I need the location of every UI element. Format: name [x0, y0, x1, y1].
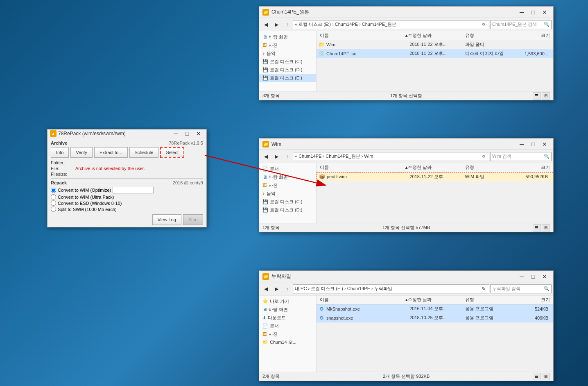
radio-label-3: Convert to ESD (Windows 8-10) [58, 201, 122, 206]
radio-optimize[interactable] [51, 188, 56, 193]
sidebar-item-desktop[interactable]: 🖥바탕 화면 [259, 33, 316, 41]
file-row-iso[interactable]: 💿 Chum14PE.iso 2018-11-22 오후... 디스크 이미지 … [317, 49, 553, 58]
select-button[interactable]: Select [160, 147, 184, 158]
back-button[interactable]: ◀ [261, 152, 271, 161]
search-box-1[interactable]: Chum14PE_원본 검색 🔍 [490, 20, 552, 29]
sidebar-item-download[interactable]: ⬇다운로드 [259, 313, 316, 322]
address-bar-2[interactable]: « Chum14PE › Chum14PE_원본 › Wim ↻ [293, 152, 489, 161]
sidebar-item-diskd[interactable]: 💾로컬 디스크 (D:) [259, 206, 316, 214]
file-row-wim-folder[interactable]: 📁 Wim 2018-11-22 오후... 파일 폴더 [317, 40, 553, 49]
view-list-button[interactable]: ☰ [533, 224, 541, 232]
file-type: 디스크 이미지 파일 [465, 50, 521, 57]
file-name: Wim [326, 42, 409, 47]
back-button[interactable]: ◀ [261, 20, 271, 30]
titlebar-nurak: 📁 누락파일 ─ □ ✕ [259, 271, 553, 282]
repack-content: Archive 78RePack v1.9.5 Info Verify Extr… [47, 138, 206, 227]
repack-title-icon: ▲ [50, 130, 57, 137]
refresh-button[interactable]: ↻ [480, 285, 487, 293]
explorer-toolbar-2: ◀ ▶ ↑ « Chum14PE › Chum14PE_원본 › Wim ↻ W… [259, 150, 553, 163]
sidebar-item-quick[interactable]: ⭐바로 가기 [259, 297, 316, 305]
info-button[interactable]: Info [51, 147, 69, 158]
repack-bottom-right: View Log Start [152, 214, 203, 225]
address-bar-3[interactable]: 내 PC › 로컬 디스크 (E:) › Chum14PE › 누락파일 ↻ [293, 284, 489, 293]
explorer-content-3: ⭐바로 가기 🖥바탕 화면 ⬇다운로드 📄문서 🖼사진 📁Chum14 오...… [259, 295, 553, 372]
sidebar-item-doc[interactable]: 📄문서 [259, 165, 316, 173]
radio-row-2: Convert to WIM (Ultra Pack) [51, 194, 203, 200]
file-label: File: [51, 166, 75, 171]
sidebar-item-diskc[interactable]: 💾로컬 디스크 (C:) [259, 57, 316, 66]
file-size: 524KB [520, 307, 552, 311]
schedule-button[interactable]: Schedule [129, 147, 159, 158]
maximize-button[interactable]: □ [182, 129, 192, 138]
titlebar-repack: ▲ 78RePack (wim/esd/swm/rwm) ─ □ ✕ [47, 129, 206, 138]
view-list-button[interactable]: ☰ [533, 92, 541, 100]
close-button[interactable]: ✕ [193, 129, 204, 138]
file-row-peutil[interactable]: 📦 peutil.wim 2018-11-22 오후... WIM 파일 590… [317, 172, 553, 181]
forward-button[interactable]: ▶ [271, 152, 281, 161]
file-date: 2018-11-22 오후... [410, 174, 465, 180]
sidebar-item-doc[interactable]: 📄문서 [259, 322, 316, 330]
sidebar-item-music[interactable]: ♪음악 [259, 189, 316, 198]
sidebar-item-photo[interactable]: 🖼사진 [259, 181, 316, 189]
status-bar-1: 3개 항목 1개 항목 선택함 ☰ ⊞ [259, 91, 553, 100]
titlebar-chum14pe: 📁 Chum14PE_원본 ─ □ ✕ [259, 7, 553, 18]
up-button[interactable]: ↑ [282, 152, 292, 161]
window-controls-repack: ─ □ ✕ [170, 129, 204, 138]
verify-button[interactable]: Verify [70, 147, 93, 158]
status-selected: 1개 항목 선택함 577MB [382, 225, 430, 231]
viewlog-button[interactable]: View Log [152, 214, 181, 225]
view-grid-button[interactable]: ⊞ [542, 224, 550, 232]
maximize-button[interactable]: □ [528, 8, 538, 16]
sidebar-item-photos[interactable]: 🖼사진 [259, 41, 316, 49]
minimize-button[interactable]: ─ [516, 140, 527, 148]
refresh-button[interactable]: ↻ [480, 153, 487, 160]
close-button[interactable]: ✕ [539, 8, 550, 16]
address-bar-1[interactable]: « 로컬 디스크 (E:) › Chum14PE › Chum14PE_원본 ↻ [293, 20, 489, 29]
status-count: 3개 항목 [262, 93, 280, 99]
view-grid-button[interactable]: ⊞ [542, 373, 550, 380]
radio-row-4: Split to SWM (1000 Mb each) [51, 207, 203, 212]
extract-button[interactable]: Extract to... [94, 147, 128, 158]
wim-icon: 📦 [319, 173, 325, 180]
radio-esd[interactable] [51, 200, 56, 206]
sidebar-item-photo[interactable]: 🖼사진 [259, 330, 316, 338]
search-box-3[interactable]: 누락파일 검색 🔍 [490, 284, 552, 293]
sidebar-item-chum14[interactable]: 📁Chum14 오... [259, 338, 316, 346]
radio-swm[interactable] [51, 207, 56, 212]
search-box-2[interactable]: Wim 검색 🔍 [490, 152, 552, 161]
maximize-button[interactable]: □ [528, 140, 538, 148]
repack-bottom: View Log Start [51, 214, 203, 225]
sidebar-item-music[interactable]: ♪음악 [259, 49, 316, 57]
file-size: 409KB [520, 316, 552, 320]
maximize-button[interactable]: □ [528, 272, 538, 281]
back-button[interactable]: ◀ [261, 284, 271, 294]
file-area-1: 이름 ▲ 수정한 날짜 유형 크기 📁 Wim 2018-11-22 오후...… [317, 31, 553, 91]
minimize-button[interactable]: ─ [170, 129, 181, 138]
up-button[interactable]: ↑ [282, 20, 292, 30]
forward-button[interactable]: ▶ [271, 20, 281, 30]
minimize-button[interactable]: ─ [516, 272, 527, 281]
view-list-button[interactable]: ☰ [533, 373, 541, 380]
sidebar-item-desktop[interactable]: 🖥바탕 화면 [259, 305, 316, 313]
refresh-button[interactable]: ↻ [480, 21, 487, 28]
file-row-mksnapshot[interactable]: ⚙ MkSnapshot.exe 2016-11-04 오후... 응용 프로그… [317, 304, 553, 313]
sidebar-item-diskc[interactable]: 💾로컬 디스크 (C:) [259, 198, 316, 206]
sidebar-2: 📄문서 🖥바탕 화면 🖼사진 ♪음악 💾로컬 디스크 (C:) 💾로컬 디스크 … [259, 163, 317, 223]
titlebar-wim: 📁 Wim ─ □ ✕ [259, 139, 553, 150]
folder-icon: 📁 [262, 273, 269, 280]
sidebar-item-diske[interactable]: 💾로컬 디스크 (E:) [259, 74, 316, 82]
radio-ultrapack[interactable] [51, 194, 56, 200]
close-button[interactable]: ✕ [539, 272, 550, 281]
start-button[interactable]: Start [183, 214, 203, 225]
forward-button[interactable]: ▶ [271, 284, 281, 294]
sidebar-item-desktop[interactable]: 🖥바탕 화면 [259, 173, 316, 181]
view-grid-button[interactable]: ⊞ [542, 92, 550, 100]
file-name: snapshot.exe [326, 316, 409, 320]
sidebar-item-diskd[interactable]: 💾로컬 디스크 (D:) [259, 66, 316, 74]
minimize-button[interactable]: ─ [516, 8, 527, 16]
up-button[interactable]: ↑ [282, 284, 292, 294]
close-button[interactable]: ✕ [539, 140, 550, 148]
file-row-snapshot[interactable]: ⚙ snapshot.exe 2018-10-25 오후... 응용 프로그램 … [317, 313, 553, 322]
optimize-input[interactable] [113, 187, 154, 193]
sidebar-1: 🖥바탕 화면 🖼사진 ♪음악 💾로컬 디스크 (C:) 💾로컬 디스크 (D:)… [259, 31, 317, 91]
